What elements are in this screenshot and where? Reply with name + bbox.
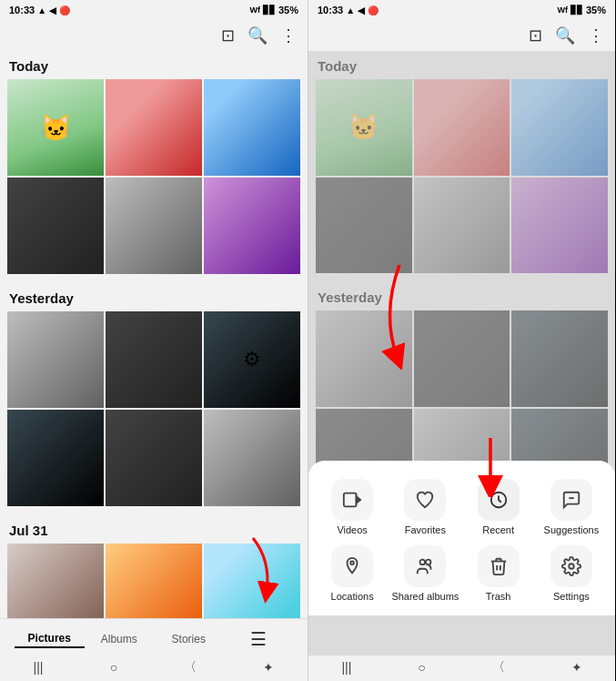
sys-assistant-icon-right[interactable]: ✦ (571, 660, 582, 675)
section-title-jul31-left: Jul 31 (7, 515, 300, 544)
settings-popup-label: Settings (553, 591, 590, 603)
photo-flowers-left[interactable] (106, 79, 202, 176)
status-right-left: Wf ▊▊ 35% (249, 5, 298, 15)
suggestions-label: Suggestions (544, 524, 600, 536)
videos-label: Videos (337, 524, 367, 536)
sys-home-icon-right[interactable]: ○ (418, 660, 425, 675)
select-icon-r[interactable]: ⊡ (529, 25, 542, 46)
photo-dark-ui-left[interactable] (106, 410, 202, 506)
popup-item-settings[interactable]: Settings (537, 545, 606, 603)
nav-icon-r: ◀ (358, 5, 365, 15)
photo-ui2-left[interactable] (204, 410, 300, 506)
popup-item-videos[interactable]: Videos (318, 479, 387, 536)
sys-back-icon-right[interactable]: 〈 (492, 659, 505, 676)
status-right-right: Wf ▊▊ 35% (557, 5, 606, 15)
sys-menu-icon-left[interactable]: ||| (34, 660, 44, 675)
shared-albums-label: Shared albums (391, 591, 459, 603)
sys-nav-left: ||| ○ 〈 ✦ (0, 656, 308, 681)
more-icon: ☰ (250, 628, 267, 650)
wifi-icon-r: Wf (557, 5, 568, 15)
more-options-icon-right[interactable]: ⋮ (588, 25, 604, 46)
svg-point-9 (569, 564, 574, 569)
locations-label: Locations (331, 591, 374, 603)
photo-section-left: Today 🐱 Yesterday ⚙ Jul 31 (0, 51, 308, 618)
signal-bars-left: ▊▊ (263, 5, 276, 15)
photo-galaxy-watch-left[interactable] (7, 311, 104, 408)
photo-craft2-left[interactable] (106, 544, 202, 618)
svg-point-6 (350, 561, 354, 564)
photo-purple-left[interactable] (204, 178, 300, 274)
svg-point-7 (420, 559, 426, 564)
section-title-yesterday-left: Yesterday (7, 283, 300, 311)
sys-nav-right: ||| ○ 〈 ✦ (308, 656, 615, 681)
toolbar-left: ⊡ 🔍 ⋮ (0, 20, 308, 51)
status-time-right: 10:33 ▲ ◀ 🔴 (318, 5, 379, 15)
trash-label: Trash (486, 591, 511, 603)
section-title-today-left: Today (7, 51, 300, 79)
left-panel: 10:33 ▲ ◀ 🔴 Wf ▊▊ 35% ⊡ 🔍 ⋮ Today 🐱 (0, 0, 308, 681)
more-options-icon-left[interactable]: ⋮ (280, 25, 297, 46)
videos-icon (331, 479, 373, 521)
time-left: 10:33 (9, 5, 35, 15)
suggestions-icon (550, 479, 592, 521)
favorites-label: Favorites (405, 524, 446, 536)
status-bar-right: 10:33 ▲ ◀ 🔴 Wf ▊▊ 35% (308, 0, 615, 20)
svg-rect-2 (344, 493, 357, 506)
select-icon[interactable]: ⊡ (221, 25, 235, 46)
nav-pictures[interactable]: Pictures (15, 630, 85, 648)
photo-wave-left[interactable] (204, 544, 300, 618)
notification-icon: 🔴 (59, 5, 70, 15)
nav-albums[interactable]: Albums (85, 631, 155, 647)
photo-white-cat-left[interactable]: 🐱 (7, 79, 104, 176)
battery-left: 35% (278, 5, 298, 15)
battery-right: 35% (586, 5, 606, 15)
wifi-icon: Wf (249, 5, 260, 15)
nav-stories[interactable]: Stories (154, 631, 224, 647)
nav-pictures-label: Pictures (28, 632, 71, 645)
popup-item-locations[interactable]: Locations (318, 545, 387, 603)
locations-icon (331, 545, 373, 587)
signal-bars-r: ▊▊ (571, 5, 583, 15)
signal-icon-r: ▲ (346, 5, 355, 15)
popup-item-favorites[interactable]: Favorites (390, 479, 459, 536)
recent-label: Recent (482, 524, 514, 536)
photo-dark1-left[interactable] (7, 178, 104, 274)
svg-marker-3 (357, 496, 361, 503)
trash-icon (478, 545, 520, 587)
status-bar-left: 10:33 ▲ ◀ 🔴 Wf ▊▊ 35% (0, 0, 308, 20)
nav-more[interactable]: ☰ (224, 626, 294, 652)
popup-item-trash[interactable]: Trash (464, 545, 533, 603)
sys-home-icon-left[interactable]: ○ (110, 660, 117, 675)
photo-screenshot1-left[interactable] (204, 79, 300, 176)
sys-back-icon-left[interactable]: 〈 (184, 659, 197, 676)
photo-ui1-left[interactable] (106, 178, 202, 274)
photo-craft1-left[interactable] (7, 544, 104, 618)
photo-settings1-left[interactable]: ⚙ (204, 311, 300, 408)
right-panel-content: Today 🐱 Yesterday (308, 51, 615, 656)
status-time-left: 10:33 ▲ ◀ 🔴 (9, 5, 70, 15)
photo-settings2-left[interactable] (7, 410, 104, 506)
bottom-nav-left: Pictures Albums Stories ☰ (0, 618, 308, 656)
nav-icon: ◀ (49, 5, 56, 15)
search-icon-left[interactable]: 🔍 (247, 25, 268, 46)
right-panel: 10:33 ▲ ◀ 🔴 Wf ▊▊ 35% ⊡ 🔍 ⋮ Today 🐱 (308, 0, 615, 681)
popup-item-shared-albums[interactable]: Shared albums (390, 545, 459, 603)
notification-icon-r: 🔴 (368, 5, 379, 15)
favorites-icon (404, 479, 446, 521)
search-icon-right[interactable]: 🔍 (555, 25, 575, 46)
popup-sheet: Videos Favorites (308, 461, 615, 615)
sys-assistant-icon-left[interactable]: ✦ (263, 660, 274, 675)
time-right: 10:33 (318, 5, 343, 15)
photo-dark-app-left[interactable] (106, 311, 202, 408)
nav-stories-label: Stories (172, 633, 206, 645)
photo-grid-yesterday-left: ⚙ (7, 311, 300, 506)
sys-menu-icon-right[interactable]: ||| (341, 660, 351, 675)
arrow-indicator-right-2 (468, 433, 513, 501)
settings-popup-icon (550, 545, 592, 587)
nav-albums-label: Albums (101, 633, 137, 645)
popup-grid: Videos Favorites (318, 479, 606, 603)
popup-item-suggestions[interactable]: Suggestions (537, 479, 606, 536)
svg-point-8 (426, 559, 431, 564)
photo-grid-today-left: 🐱 (7, 79, 300, 274)
toolbar-right: ⊡ 🔍 ⋮ (308, 20, 615, 51)
